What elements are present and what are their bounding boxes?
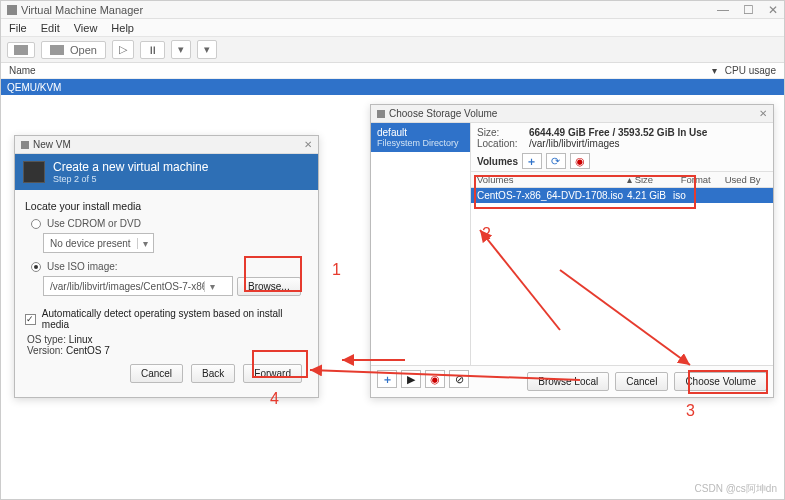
pool-info: Size:6644.49 GiB Free / 3593.52 GiB In U… <box>471 123 773 151</box>
pool-tools: ＋ ▶ ◉ ⊘ <box>371 366 475 397</box>
wizard-step: Step 2 of 5 <box>53 174 208 184</box>
stop-pool-button[interactable]: ◉ <box>425 370 445 388</box>
shutdown-icon[interactable]: ▾ <box>171 40 191 59</box>
new-vm-dialog: New VM ✕ Create a new virtual machine St… <box>14 135 319 398</box>
os-type-value: Linux <box>69 334 93 345</box>
browse-local-button[interactable]: Browse Local <box>527 372 609 391</box>
radio-icon <box>31 219 41 229</box>
menu-file[interactable]: File <box>9 22 27 34</box>
close-icon[interactable]: ✕ <box>768 3 778 17</box>
radio-icon <box>31 262 41 272</box>
storage-dialog: Choose Storage Volume ✕ default Filesyst… <box>370 104 774 398</box>
forward-button[interactable]: Forward <box>243 364 302 383</box>
volumes-label: Volumes <box>477 156 518 167</box>
add-pool-button[interactable]: ＋ <box>377 370 397 388</box>
maximize-icon[interactable]: ☐ <box>743 3 754 17</box>
wizard-header: Create a new virtual machine Step 2 of 5 <box>15 154 318 190</box>
delete-volume-button[interactable]: ◉ <box>570 153 590 169</box>
vmm-titlebar: Virtual Machine Manager — ☐ ✕ <box>1 1 784 19</box>
menu-help[interactable]: Help <box>111 22 134 34</box>
close-icon[interactable]: ✕ <box>304 139 312 150</box>
checkbox-icon <box>25 314 36 325</box>
iso-path-combo[interactable]: /var/lib/libvirt/images/CentOS-7-x86_64-… <box>43 276 233 296</box>
new-vm-titlebar: New VM ✕ <box>15 136 318 154</box>
autodetect-check[interactable]: Automatically detect operating system ba… <box>25 308 308 330</box>
storage-titlebar: Choose Storage Volume ✕ <box>371 105 773 123</box>
sort-icon[interactable]: ▴ <box>627 174 635 185</box>
pool-list: default Filesystem Directory <box>371 123 471 365</box>
close-icon[interactable]: ✕ <box>759 108 767 119</box>
choose-volume-button[interactable]: Choose Volume <box>674 372 767 391</box>
start-pool-button[interactable]: ▶ <box>401 370 421 388</box>
iso-option[interactable]: Use ISO image: <box>31 261 308 272</box>
back-button[interactable]: Back <box>191 364 235 383</box>
menu-edit[interactable]: Edit <box>41 22 60 34</box>
open-button[interactable]: Open <box>41 41 106 59</box>
app-icon <box>7 5 17 15</box>
locate-label: Locate your install media <box>25 200 308 212</box>
volume-row[interactable]: CentOS-7-x86_64-DVD-1708.iso 4.21 GiB is… <box>471 188 773 203</box>
cancel-button[interactable]: Cancel <box>130 364 183 383</box>
device-combo[interactable]: No device present▾ <box>43 233 154 253</box>
menubar: File Edit View Help <box>1 19 784 37</box>
cdrom-option[interactable]: Use CDROM or DVD <box>31 218 308 229</box>
chevron-down-icon: ▾ <box>204 281 220 292</box>
col-name[interactable]: Name <box>9 65 36 76</box>
volume-header: Volumes ▴ Size Format Used By <box>471 171 773 188</box>
watermark: CSDN @cs阿坤dn <box>695 482 777 496</box>
chevron-down-icon: ▾ <box>137 238 153 249</box>
minimize-icon[interactable]: — <box>717 3 729 17</box>
pause-icon[interactable]: ⏸ <box>140 41 165 59</box>
col-cpu[interactable]: CPU usage <box>725 65 776 76</box>
os-version-value: CentOS 7 <box>66 345 110 356</box>
refresh-icon[interactable]: ⟳ <box>546 153 566 169</box>
wizard-title: Create a new virtual machine <box>53 160 208 174</box>
toolbar: Open ▷ ⏸ ▾ ▾ <box>1 37 784 63</box>
add-volume-button[interactable]: ＋ <box>522 153 542 169</box>
dialog-icon <box>377 110 385 118</box>
volume-list-area <box>471 203 773 365</box>
toolbar-menu-icon[interactable]: ▾ <box>197 40 217 59</box>
delete-pool-button[interactable]: ⊘ <box>449 370 469 388</box>
browse-button[interactable]: Browse... <box>237 277 301 296</box>
pool-item-default[interactable]: default Filesystem Directory <box>371 123 470 152</box>
vmm-title: Virtual Machine Manager <box>21 4 143 16</box>
cancel-button[interactable]: Cancel <box>615 372 668 391</box>
connection-row[interactable]: QEMU/KVM <box>1 79 784 95</box>
dialog-icon <box>21 141 29 149</box>
new-vm-button[interactable] <box>7 42 35 58</box>
run-icon[interactable]: ▷ <box>112 40 134 59</box>
sort-icon[interactable]: ▾ <box>712 65 717 76</box>
vm-icon <box>23 161 45 183</box>
menu-view[interactable]: View <box>74 22 98 34</box>
list-header: Name ▾ CPU usage <box>1 63 784 79</box>
